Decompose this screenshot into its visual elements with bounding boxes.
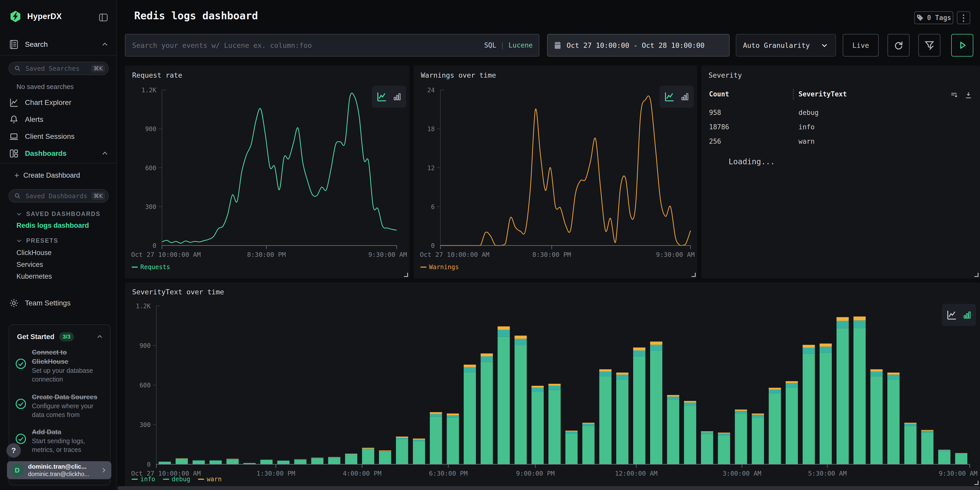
run-query-button[interactable]	[951, 34, 973, 57]
resize-handle[interactable]	[974, 481, 978, 485]
download-icon[interactable]	[964, 91, 973, 100]
saved-searches-input[interactable]: ⌘K	[8, 62, 109, 75]
user-email: dominic.tran@clickho...	[28, 471, 96, 478]
refresh-icon	[893, 40, 904, 51]
sidebar-item-clickhouse[interactable]: ClickHouse	[16, 249, 52, 257]
bell-icon	[8, 114, 19, 125]
line-chart-icon[interactable]	[663, 91, 675, 103]
legend-warnings[interactable]: Warnings	[420, 264, 459, 271]
sidebar-item-alerts[interactable]: Alerts	[8, 114, 109, 125]
sidebar-item-dashboards[interactable]: Dashboards	[8, 148, 109, 159]
sidebar-item-team-settings[interactable]: Team Settings	[8, 298, 109, 309]
table-row[interactable]: 958	[709, 109, 721, 116]
kebab-icon: ⋮	[959, 13, 968, 23]
svg-text:300: 300	[140, 422, 151, 428]
chart-explorer-icon	[8, 97, 19, 108]
get-started-item-sources[interactable]: Create Data Sources Configure where your…	[15, 392, 98, 419]
saved-dashboards-header[interactable]: SAVED DASHBOARDS	[16, 210, 100, 218]
svg-text:1:30:00 PM: 1:30:00 PM	[256, 470, 295, 477]
sidebar-section-search[interactable]: Search	[8, 39, 109, 50]
bar-chart-icon[interactable]	[680, 92, 690, 102]
filter-edit-button[interactable]	[918, 34, 940, 57]
sql-toggle[interactable]: SQL	[484, 41, 496, 49]
event-search-box: SQL | Lucene	[125, 34, 539, 57]
sidebar-divider	[0, 55, 116, 56]
get-started-item-add-data[interactable]: Add Data Start sending logs, metrics, or…	[15, 427, 98, 454]
line-chart-icon[interactable]	[376, 91, 388, 103]
sidebar-item-kubernetes[interactable]: Kubernetes	[16, 272, 52, 280]
granularity-select[interactable]: Auto Granularity	[736, 34, 836, 57]
chevron-down-icon	[820, 41, 829, 49]
dashboard-menu-button[interactable]: ⋮	[957, 11, 970, 24]
get-started-header[interactable]: Get Started 3/3	[17, 332, 104, 341]
resize-handle[interactable]	[692, 273, 696, 277]
column-header-severitytext[interactable]: SeverityText	[799, 90, 847, 98]
saved-dashboards-field[interactable]	[25, 192, 88, 200]
avatar: D	[11, 463, 24, 477]
sidebar-item-client-sessions[interactable]: Client Sessions	[8, 131, 109, 142]
legend-dash	[420, 267, 426, 267]
chart-type-toggle	[372, 86, 406, 108]
svg-text:6: 6	[431, 204, 435, 210]
lucene-toggle[interactable]: Lucene	[509, 41, 533, 49]
toggle-divider: |	[500, 41, 504, 49]
date-range-picker[interactable]: Oct 27 10:00:00 - Oct 28 10:00:00	[547, 34, 730, 57]
get-started-item-connect[interactable]: Connect to ClickHouse Set up your databa…	[15, 348, 98, 383]
chart-legend: Warnings	[420, 264, 459, 271]
request-rate-chart[interactable]: 03006009001.2KOct 27 10:00:00 AM8:30:00 …	[125, 65, 409, 278]
live-button[interactable]: Live	[843, 34, 879, 57]
plus-icon: +	[14, 171, 19, 180]
sidebar-collapse-button[interactable]	[98, 12, 108, 22]
svg-text:9:30:00 AM: 9:30:00 AM	[368, 251, 407, 258]
sidebar-item-services[interactable]: Services	[16, 261, 43, 269]
severitytext-chart[interactable]: 03006009001.2KOct 27 10:00:00 AM1:30:00 …	[125, 282, 980, 487]
page-title: Redis logs dashboard	[134, 10, 258, 22]
column-header-count[interactable]: Count	[709, 90, 729, 98]
chart-type-toggle	[942, 304, 976, 326]
legend-requests[interactable]: Requests	[132, 264, 170, 271]
check-circle-icon	[15, 358, 27, 383]
bar-chart-icon[interactable]	[392, 92, 402, 102]
bar-chart-icon[interactable]	[962, 310, 972, 320]
legend-info[interactable]: info	[132, 476, 155, 483]
legend-warn[interactable]: warn	[198, 476, 222, 483]
laptop-icon	[8, 131, 19, 142]
resize-handle[interactable]	[974, 273, 978, 277]
warnings-chart[interactable]: 06121824Oct 27 10:00:00 AM8:30:00 PM9:30…	[414, 65, 697, 278]
column-resize-handle[interactable]	[793, 89, 794, 100]
svg-text:0: 0	[153, 242, 156, 249]
user-menu[interactable]: D dominic.tran@clic... dominic.tran@clic…	[7, 461, 111, 479]
saved-dashboards-input[interactable]: ⌘K	[8, 189, 109, 202]
saved-searches-field[interactable]	[25, 65, 88, 73]
table-row[interactable]: info	[799, 123, 815, 131]
line-chart-icon[interactable]	[946, 309, 958, 321]
horizontal-scrollbar[interactable]	[118, 486, 980, 490]
svg-text:600: 600	[145, 164, 156, 172]
brand[interactable]: HyperDX	[9, 10, 62, 22]
table-row[interactable]: debug	[799, 109, 819, 116]
create-dashboard-button[interactable]: + Create Dashboard	[14, 171, 80, 180]
sort-rows-icon[interactable]	[950, 91, 958, 100]
table-row[interactable]: 18786	[709, 123, 729, 131]
svg-text:900: 900	[140, 342, 151, 349]
help-button[interactable]: ?	[6, 443, 21, 458]
table-row[interactable]: warn	[799, 138, 815, 145]
table-row[interactable]: 256	[709, 138, 721, 145]
sidebar-item-redis-logs-dashboard[interactable]: Redis logs dashboard	[16, 222, 89, 229]
chevron-down-icon	[16, 210, 22, 218]
refresh-button[interactable]	[888, 34, 910, 57]
resize-handle[interactable]	[404, 273, 408, 277]
svg-text:24: 24	[427, 87, 435, 94]
shortcut-badge: ⌘K	[91, 192, 105, 200]
severity-card: Severity Count SeverityText 958 debug 18…	[701, 65, 980, 278]
filter-pencil-icon	[924, 40, 935, 51]
legend-debug[interactable]: debug	[163, 476, 190, 483]
svg-text:0: 0	[431, 242, 435, 249]
presets-header[interactable]: PRESETS	[16, 237, 58, 244]
tags-button[interactable]: 0 Tags	[914, 11, 953, 24]
dashboards-icon	[8, 148, 19, 159]
severitytext-over-time-card: SeverityText over time 03006009001.2KOct…	[125, 282, 980, 487]
sidebar-item-chart-explorer[interactable]: Chart Explorer	[8, 97, 109, 108]
svg-text:1.2K: 1.2K	[142, 87, 156, 94]
event-search-input[interactable]	[132, 41, 484, 49]
